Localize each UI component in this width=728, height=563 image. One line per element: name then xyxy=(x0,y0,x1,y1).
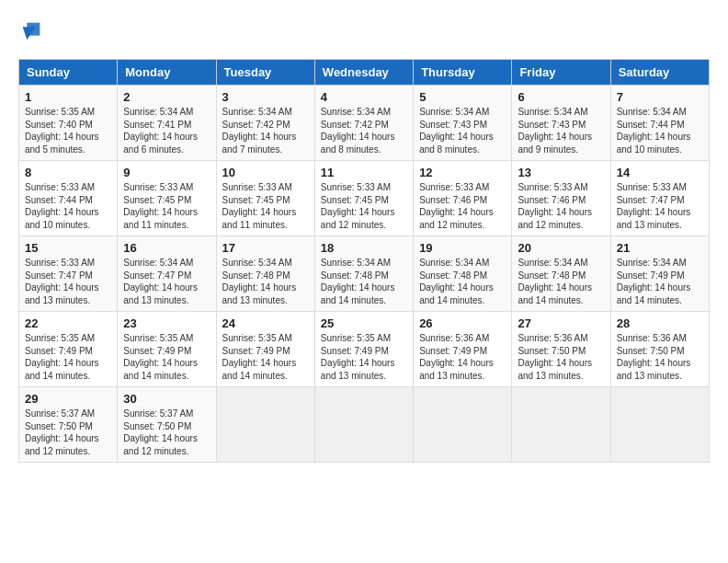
day-number: 7 xyxy=(617,90,703,104)
day-number: 4 xyxy=(321,90,407,104)
day-number: 26 xyxy=(419,316,506,330)
day-number: 25 xyxy=(321,316,407,330)
calendar-cell: 26Sunrise: 5:36 AMSunset: 7:49 PMDayligh… xyxy=(414,312,512,387)
day-number: 20 xyxy=(518,241,604,255)
calendar-cell: 5Sunrise: 5:34 AMSunset: 7:43 PMDaylight… xyxy=(414,86,512,161)
day-info: Sunrise: 5:33 AMSunset: 7:46 PMDaylight:… xyxy=(518,182,592,230)
day-number: 11 xyxy=(321,166,407,179)
calendar-cell: 25Sunrise: 5:35 AMSunset: 7:49 PMDayligh… xyxy=(314,312,413,387)
day-number: 3 xyxy=(222,90,309,104)
day-info: Sunrise: 5:33 AMSunset: 7:45 PMDaylight:… xyxy=(222,182,297,230)
calendar-cell: 6Sunrise: 5:34 AMSunset: 7:43 PMDaylight… xyxy=(512,86,610,161)
calendar-cell xyxy=(610,387,709,463)
calendar-cell: 14Sunrise: 5:33 AMSunset: 7:47 PMDayligh… xyxy=(610,161,709,236)
day-info: Sunrise: 5:33 AMSunset: 7:47 PMDaylight:… xyxy=(25,258,99,305)
logo xyxy=(18,18,48,44)
day-number: 5 xyxy=(419,90,506,104)
day-info: Sunrise: 5:34 AMSunset: 7:48 PMDaylight:… xyxy=(222,258,297,305)
day-info: Sunrise: 5:35 AMSunset: 7:40 PMDaylight:… xyxy=(25,107,99,155)
day-info: Sunrise: 5:33 AMSunset: 7:47 PMDaylight:… xyxy=(617,182,691,230)
day-info: Sunrise: 5:33 AMSunset: 7:46 PMDaylight:… xyxy=(419,182,494,230)
calendar-cell xyxy=(414,387,512,463)
calendar-cell: 19Sunrise: 5:34 AMSunset: 7:48 PMDayligh… xyxy=(414,236,512,312)
calendar-cell: 10Sunrise: 5:33 AMSunset: 7:45 PMDayligh… xyxy=(216,161,314,236)
day-number: 9 xyxy=(123,166,210,179)
calendar-cell: 12Sunrise: 5:33 AMSunset: 7:46 PMDayligh… xyxy=(414,161,512,236)
calendar-cell: 7Sunrise: 5:34 AMSunset: 7:44 PMDaylight… xyxy=(610,86,709,161)
header-sunday: Sunday xyxy=(19,60,118,86)
day-number: 29 xyxy=(25,392,111,406)
day-info: Sunrise: 5:37 AMSunset: 7:50 PMDaylight:… xyxy=(25,408,99,456)
day-info: Sunrise: 5:34 AMSunset: 7:48 PMDaylight:… xyxy=(419,258,494,305)
calendar-cell: 16Sunrise: 5:34 AMSunset: 7:47 PMDayligh… xyxy=(118,236,216,312)
day-info: Sunrise: 5:36 AMSunset: 7:50 PMDaylight:… xyxy=(518,333,592,381)
day-info: Sunrise: 5:34 AMSunset: 7:48 PMDaylight:… xyxy=(518,258,592,305)
header-thursday: Thursday xyxy=(414,60,512,86)
day-info: Sunrise: 5:34 AMSunset: 7:42 PMDaylight:… xyxy=(321,107,395,155)
calendar-cell: 8Sunrise: 5:33 AMSunset: 7:44 PMDaylight… xyxy=(19,161,118,236)
calendar-cell: 27Sunrise: 5:36 AMSunset: 7:50 PMDayligh… xyxy=(512,312,610,387)
calendar-cell: 30Sunrise: 5:37 AMSunset: 7:50 PMDayligh… xyxy=(118,387,216,463)
calendar-cell: 2Sunrise: 5:34 AMSunset: 7:41 PMDaylight… xyxy=(118,86,216,161)
header-tuesday: Tuesday xyxy=(216,60,314,86)
day-number: 8 xyxy=(25,166,111,179)
header-monday: Monday xyxy=(118,60,216,86)
calendar-cell: 17Sunrise: 5:34 AMSunset: 7:48 PMDayligh… xyxy=(216,236,314,312)
calendar-week-1: 1Sunrise: 5:35 AMSunset: 7:40 PMDaylight… xyxy=(19,86,710,161)
day-info: Sunrise: 5:36 AMSunset: 7:49 PMDaylight:… xyxy=(419,333,494,381)
day-info: Sunrise: 5:35 AMSunset: 7:49 PMDaylight:… xyxy=(321,333,395,381)
page-header xyxy=(18,18,710,44)
calendar-week-2: 8Sunrise: 5:33 AMSunset: 7:44 PMDaylight… xyxy=(19,161,710,236)
day-number: 2 xyxy=(123,90,210,104)
day-info: Sunrise: 5:36 AMSunset: 7:50 PMDaylight:… xyxy=(617,333,691,381)
calendar-cell: 1Sunrise: 5:35 AMSunset: 7:40 PMDaylight… xyxy=(19,86,118,161)
calendar-table: SundayMondayTuesdayWednesdayThursdayFrid… xyxy=(18,59,710,463)
day-info: Sunrise: 5:35 AMSunset: 7:49 PMDaylight:… xyxy=(222,333,297,381)
day-number: 14 xyxy=(617,166,703,179)
day-number: 13 xyxy=(518,166,604,179)
calendar-cell: 21Sunrise: 5:34 AMSunset: 7:49 PMDayligh… xyxy=(610,236,709,312)
calendar-cell xyxy=(314,387,413,463)
day-number: 15 xyxy=(25,241,111,255)
day-info: Sunrise: 5:33 AMSunset: 7:44 PMDaylight:… xyxy=(25,182,99,230)
day-number: 30 xyxy=(123,392,210,406)
day-number: 1 xyxy=(25,90,111,104)
day-info: Sunrise: 5:34 AMSunset: 7:49 PMDaylight:… xyxy=(617,258,691,305)
calendar-cell: 11Sunrise: 5:33 AMSunset: 7:45 PMDayligh… xyxy=(314,161,413,236)
calendar-cell xyxy=(512,387,610,463)
calendar-cell: 4Sunrise: 5:34 AMSunset: 7:42 PMDaylight… xyxy=(314,86,413,161)
calendar-week-4: 22Sunrise: 5:35 AMSunset: 7:49 PMDayligh… xyxy=(19,312,710,387)
calendar-cell: 9Sunrise: 5:33 AMSunset: 7:45 PMDaylight… xyxy=(118,161,216,236)
calendar-week-5: 29Sunrise: 5:37 AMSunset: 7:50 PMDayligh… xyxy=(19,387,710,463)
day-number: 6 xyxy=(518,90,604,104)
day-number: 28 xyxy=(617,316,703,330)
calendar-cell: 28Sunrise: 5:36 AMSunset: 7:50 PMDayligh… xyxy=(610,312,709,387)
day-info: Sunrise: 5:33 AMSunset: 7:45 PMDaylight:… xyxy=(123,182,198,230)
day-number: 16 xyxy=(123,241,210,255)
day-info: Sunrise: 5:35 AMSunset: 7:49 PMDaylight:… xyxy=(25,333,99,381)
calendar-cell: 18Sunrise: 5:34 AMSunset: 7:48 PMDayligh… xyxy=(314,236,413,312)
header-friday: Friday xyxy=(512,60,610,86)
day-info: Sunrise: 5:33 AMSunset: 7:45 PMDaylight:… xyxy=(321,182,395,230)
day-number: 10 xyxy=(222,166,309,179)
day-number: 18 xyxy=(321,241,407,255)
calendar-cell: 20Sunrise: 5:34 AMSunset: 7:48 PMDayligh… xyxy=(512,236,610,312)
header-wednesday: Wednesday xyxy=(314,60,413,86)
day-info: Sunrise: 5:34 AMSunset: 7:44 PMDaylight:… xyxy=(617,107,691,155)
day-info: Sunrise: 5:34 AMSunset: 7:43 PMDaylight:… xyxy=(518,107,592,155)
calendar-week-3: 15Sunrise: 5:33 AMSunset: 7:47 PMDayligh… xyxy=(19,236,710,312)
day-number: 27 xyxy=(518,316,604,330)
calendar-cell: 23Sunrise: 5:35 AMSunset: 7:49 PMDayligh… xyxy=(118,312,216,387)
calendar-cell: 29Sunrise: 5:37 AMSunset: 7:50 PMDayligh… xyxy=(19,387,118,463)
day-number: 21 xyxy=(617,241,703,255)
calendar-cell: 13Sunrise: 5:33 AMSunset: 7:46 PMDayligh… xyxy=(512,161,610,236)
calendar-cell: 22Sunrise: 5:35 AMSunset: 7:49 PMDayligh… xyxy=(19,312,118,387)
calendar-cell: 15Sunrise: 5:33 AMSunset: 7:47 PMDayligh… xyxy=(19,236,118,312)
calendar-cell: 3Sunrise: 5:34 AMSunset: 7:42 PMDaylight… xyxy=(216,86,314,161)
day-info: Sunrise: 5:34 AMSunset: 7:43 PMDaylight:… xyxy=(419,107,494,155)
day-number: 17 xyxy=(222,241,309,255)
day-number: 12 xyxy=(419,166,506,179)
day-number: 23 xyxy=(123,316,210,330)
day-info: Sunrise: 5:37 AMSunset: 7:50 PMDaylight:… xyxy=(123,408,198,456)
day-info: Sunrise: 5:34 AMSunset: 7:47 PMDaylight:… xyxy=(123,258,198,305)
